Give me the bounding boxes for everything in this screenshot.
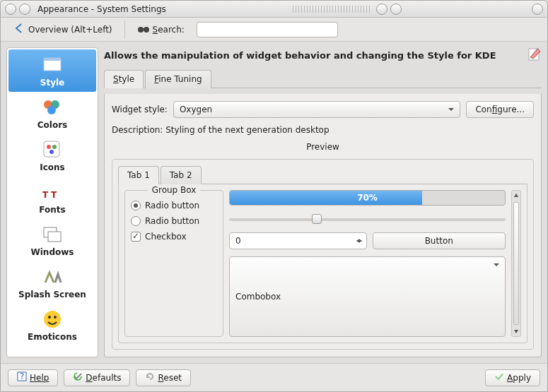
svg-point-9 [47, 145, 51, 149]
reset-button: Reset [136, 369, 191, 386]
overview-button[interactable]: Overview (Alt+Left) [8, 19, 119, 40]
preview-scrollbar[interactable] [511, 190, 521, 337]
scroll-down-icon[interactable] [512, 326, 520, 336]
checkbox-label: Checkbox [145, 232, 187, 242]
sidebar-item-label: Colors [37, 120, 67, 130]
icons-icon [41, 138, 64, 161]
toolbar-separator [124, 20, 125, 39]
preview-radio-2[interactable]: Radio button [131, 216, 217, 226]
preview-combobox[interactable]: Combobox [229, 256, 506, 337]
progress-label: 70% [230, 191, 505, 205]
sidebar-item-fonts[interactable]: TT Fonts [8, 177, 96, 219]
svg-point-7 [47, 106, 56, 114]
help-icon: ? [17, 372, 27, 384]
preview-progressbar: 70% [229, 190, 506, 206]
main-tabs: Style Fine Tuning [104, 69, 542, 88]
preview-spinbox[interactable]: 0 [229, 232, 367, 249]
svg-point-16 [44, 311, 61, 328]
toolbar: Overview (Alt+Left) Search: [1, 18, 547, 42]
titlebar: Appearance - System Settings [1, 1, 547, 18]
radio-label: Radio button [145, 201, 199, 210]
svg-rect-8 [44, 141, 59, 157]
checkbox-icon [131, 232, 141, 242]
sidebar-item-label: Splash Screen [18, 290, 86, 299]
style-pane: Widget style: Oxygen Configure... Descri… [104, 94, 542, 357]
defaults-button[interactable]: Defaults [64, 369, 130, 386]
windows-icon [41, 223, 64, 246]
page-title: Allows the manipulation of widget behavi… [104, 50, 522, 61]
widget-style-label: Widget style: [112, 105, 168, 114]
svg-point-17 [48, 316, 51, 319]
back-arrow-icon [14, 23, 25, 36]
splash-icon [41, 266, 64, 288]
apply-icon [494, 372, 504, 384]
svg-rect-4 [44, 58, 61, 61]
svg-rect-2 [142, 28, 145, 30]
fonts-icon: TT [41, 181, 64, 203]
window-menu-icon[interactable] [5, 4, 16, 15]
emoticons-icon [41, 308, 64, 331]
sidebar-item-label: Emoticons [28, 332, 77, 342]
svg-text:?: ? [20, 372, 24, 381]
close-icon[interactable] [532, 4, 543, 15]
sidebar-item-label: Icons [40, 162, 65, 172]
window-title: Appearance - System Settings [37, 4, 166, 14]
tab-fine-tuning[interactable]: Fine Tuning [145, 70, 211, 88]
combobox-value: Combobox [235, 292, 281, 302]
overview-label: Overview (Alt+Left) [28, 25, 112, 35]
defaults-icon [73, 372, 83, 384]
scroll-up-icon[interactable] [512, 191, 520, 201]
style-icon [41, 54, 64, 76]
page-header: Allows the manipulation of widget behavi… [104, 47, 542, 64]
sidebar-item-style[interactable]: Style [8, 49, 96, 92]
notepad-icon [527, 47, 542, 64]
preview-groupbox: Group Box Radio button Radio button [124, 190, 223, 337]
description-label: Description: Styling of the next generat… [112, 125, 330, 135]
sidebar-item-emoticons[interactable]: Emoticons [8, 304, 96, 346]
configure-button[interactable]: Configure... [466, 101, 534, 118]
colors-icon [41, 96, 64, 119]
scroll-thumb[interactable] [513, 202, 519, 325]
defaults-label: Defaults [86, 373, 121, 383]
radio-icon [131, 216, 141, 226]
sidebar-item-icons[interactable]: Icons [8, 134, 96, 177]
slider-track [229, 218, 506, 221]
sidebar-item-label: Fonts [39, 205, 65, 215]
preview-tab-2[interactable]: Tab 2 [161, 166, 202, 184]
sidebar-item-colors[interactable]: Colors [8, 92, 96, 134]
apply-label: Apply [507, 373, 531, 383]
preview-tab-1[interactable]: Tab 1 [118, 166, 159, 184]
svg-point-10 [52, 145, 57, 149]
window-pin-icon[interactable] [19, 4, 30, 15]
sidebar-item-windows[interactable]: Windows [8, 219, 96, 261]
sidebar-item-splash[interactable]: Splash Screen [8, 261, 96, 304]
svg-text:T: T [51, 190, 57, 200]
widget-style-combo[interactable]: Oxygen [173, 101, 461, 118]
help-label: Help [30, 373, 49, 383]
preview-checkbox[interactable]: Checkbox [131, 232, 217, 242]
preview-button[interactable]: Button [373, 232, 506, 249]
svg-point-18 [54, 316, 57, 319]
radio-icon [131, 201, 141, 210]
radio-label: Radio button [145, 216, 199, 226]
slider-thumb[interactable] [312, 214, 322, 224]
reset-icon [145, 372, 155, 384]
widget-style-value: Oxygen [180, 105, 212, 114]
button-label: Button [425, 236, 453, 246]
preview-label: Preview [112, 142, 534, 152]
search-input[interactable] [197, 22, 338, 37]
tab-style[interactable]: Style [104, 70, 144, 88]
preview-radio-1[interactable]: Radio button [131, 201, 217, 210]
preview-tabs: Tab 1 Tab 2 [118, 165, 527, 184]
sidebar: Style Colors Icons TT Fonts Windows Spla… [6, 47, 98, 357]
binoculars-icon [137, 23, 150, 36]
minimize-icon[interactable] [376, 4, 387, 15]
sidebar-item-label: Windows [31, 247, 74, 257]
help-button[interactable]: ? Help [8, 369, 58, 386]
groupbox-title: Group Box [148, 185, 201, 195]
maximize-icon[interactable] [390, 4, 402, 15]
preview-slider[interactable] [229, 213, 506, 225]
search-label: Search: [153, 25, 185, 35]
svg-text:T: T [42, 190, 49, 200]
svg-rect-15 [48, 232, 61, 242]
